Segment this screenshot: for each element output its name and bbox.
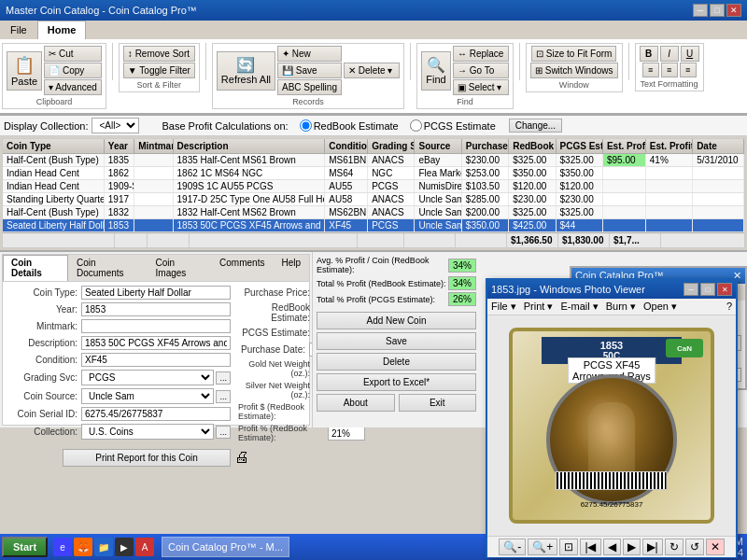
photo-print-menu[interactable]: Print ▾ <box>524 301 554 313</box>
goto-btn[interactable]: → Go To <box>453 63 509 78</box>
photo-delete-btn[interactable]: ✕ <box>706 539 725 555</box>
description-input[interactable] <box>81 336 231 350</box>
new-btn[interactable]: ✦ New <box>277 46 342 62</box>
spelling-btn[interactable]: ABC Spelling <box>277 79 342 95</box>
tab-coin-details[interactable]: Coin Details <box>3 255 68 281</box>
pcgs-radio-label[interactable]: PCGS Estimate <box>410 119 496 132</box>
delete-action-btn[interactable]: Delete <box>317 353 476 371</box>
print-report-btn[interactable]: Print Report for this Coin <box>63 449 231 467</box>
tab-comments[interactable]: Comments <box>211 255 273 281</box>
collection-select[interactable]: U.S. Coins <box>81 424 214 440</box>
explorer-icon[interactable]: 📁 <box>94 538 113 556</box>
photo-last-btn[interactable]: ▶| <box>642 539 663 555</box>
export-excel-btn[interactable]: Export to Excel* <box>317 373 476 391</box>
delete-btn[interactable]: ✕ Delete ▾ <box>344 63 400 78</box>
photo-fit-btn[interactable]: ⊡ <box>559 539 578 555</box>
quick-launch: e 🦊 📁 ▶ A <box>49 538 158 556</box>
table-row[interactable]: Indian Head Cent 1909-S 1909S 1C AU55 PC… <box>3 180 744 193</box>
table-row[interactable]: Half-Cent (Bush Type) 1835 1835 Half-Cen… <box>3 154 744 167</box>
table-row[interactable]: Indian Head Cent 1862 1862 1C MS64 NGC M… <box>3 167 744 180</box>
refresh-all-btn[interactable]: 🔄 Refresh All <box>217 51 275 91</box>
redbook-radio-label[interactable]: RedBook Estimate <box>300 119 399 132</box>
table-row[interactable]: Standing Liberty Quarter 1917 1917-D 25C… <box>3 193 744 206</box>
photo-minimize-btn[interactable]: ─ <box>684 283 698 296</box>
align-right-btn[interactable]: ≡ <box>680 63 697 77</box>
tab-file[interactable]: File <box>0 21 37 39</box>
photo-file-menu[interactable]: File ▾ <box>491 301 516 313</box>
underline-btn[interactable]: U <box>681 46 699 62</box>
mintmark-input[interactable] <box>81 319 231 333</box>
add-new-coin-btn[interactable]: Add New Coin <box>317 312 476 329</box>
minimize-btn[interactable]: ─ <box>693 4 708 17</box>
acrobat-icon[interactable]: A <box>135 538 154 556</box>
condition-input[interactable] <box>81 353 231 367</box>
photo-zoom-out-btn[interactable]: 🔍- <box>499 539 526 555</box>
about-btn[interactable]: About <box>317 394 395 412</box>
grading-select[interactable]: PCGS <box>81 370 214 385</box>
col-coin-type: Coin Type <box>3 139 105 153</box>
photo-burn-menu[interactable]: Burn ▾ <box>606 301 636 313</box>
size-to-fit-btn[interactable]: ⊡ Size to Fit Form <box>531 46 616 62</box>
maximize-btn[interactable]: □ <box>710 4 725 17</box>
photo-rotate-ccw-btn[interactable]: ↺ <box>685 539 704 555</box>
replace-btn[interactable]: ↔ Replace <box>453 46 509 62</box>
switch-windows-btn[interactable]: ⊞ Switch Windows <box>530 63 618 78</box>
source-browse-btn[interactable]: ... <box>216 390 231 403</box>
save-action-btn[interactable]: Save <box>317 332 476 350</box>
remove-sort-btn[interactable]: ↕ Remove Sort <box>123 46 195 62</box>
table-row-selected[interactable]: Seated Liberty Half Dollar 1853 1853 50C… <box>3 219 744 232</box>
photo-close-btn[interactable]: ✕ <box>717 283 732 296</box>
collection-browse-btn[interactable]: ... <box>216 426 231 439</box>
align-left-btn[interactable]: ≡ <box>642 63 659 77</box>
paste-btn[interactable]: 📋 Paste <box>7 51 42 91</box>
tab-home[interactable]: Home <box>37 21 87 39</box>
photo-rotate-cw-btn[interactable]: ↻ <box>665 539 684 555</box>
photo-zoom-in-btn[interactable]: 🔍+ <box>528 539 557 555</box>
photo-help-icon[interactable]: ? <box>726 301 732 313</box>
photo-maximize-btn[interactable]: □ <box>700 283 715 296</box>
start-button[interactable]: Start <box>2 537 48 557</box>
italic-btn[interactable]: I <box>660 46 679 62</box>
app-title: Master Coin Catalog - Coin Catalog Pro™ <box>6 5 197 16</box>
toggle-filter-btn[interactable]: ▼ Toggle Filter <box>123 63 195 78</box>
photo-email-menu[interactable]: E-mail ▾ <box>560 301 598 313</box>
photo-open-menu[interactable]: Open ▾ <box>643 301 677 313</box>
ie-icon[interactable]: e <box>53 538 72 556</box>
photo-next-btn[interactable]: ▶ <box>623 539 641 555</box>
select-btn[interactable]: ▣ Select ▾ <box>453 79 509 95</box>
exit-btn[interactable]: Exit <box>399 394 477 412</box>
text-formatting-group: B I U ≡ ≡ ≡ Text Formatting <box>635 43 704 91</box>
source-select[interactable]: Uncle Sam <box>81 388 214 404</box>
table-row[interactable]: Half-Cent (Bush Type) 1832 1832 Half-Cen… <box>3 206 744 219</box>
advanced-btn[interactable]: ▾ Advanced <box>44 79 102 95</box>
profit-pct-input[interactable] <box>328 427 365 441</box>
firefox-icon[interactable]: 🦊 <box>74 538 92 556</box>
align-center-btn[interactable]: ≡ <box>661 63 678 77</box>
serial-row: Coin Serial ID: <box>7 407 231 421</box>
find-btn[interactable]: 🔍 Find <box>421 51 451 91</box>
taskbar-item-coinpro[interactable]: Coin Catalog Pro™ - M... <box>162 537 289 557</box>
media-icon[interactable]: ▶ <box>115 538 134 556</box>
copy-btn[interactable]: 📄 Copy <box>44 63 102 78</box>
grading-browse-btn[interactable]: ... <box>216 371 231 385</box>
year-input[interactable] <box>81 302 231 316</box>
cut-btn[interactable]: ✂ Cut <box>44 46 102 62</box>
serial-input[interactable] <box>81 407 231 421</box>
tab-coin-documents[interactable]: Coin Documents <box>68 255 148 281</box>
tab-coin-images[interactable]: Coin Images <box>148 255 212 281</box>
photo-first-btn[interactable]: |◀ <box>580 539 600 555</box>
save-btn[interactable]: 💾 Save <box>277 63 342 78</box>
window-controls[interactable]: ─ □ ✕ <box>693 4 741 17</box>
display-collection-select[interactable]: <All> <box>92 118 139 133</box>
redbook-radio[interactable] <box>300 119 312 132</box>
bold-btn[interactable]: B <box>640 46 658 62</box>
photo-window-controls[interactable]: ─ □ ✕ <box>684 283 732 296</box>
total-pct-value: 34% <box>448 276 476 290</box>
tab-help[interactable]: Help <box>273 255 309 281</box>
photo-prev-btn[interactable]: ◀ <box>603 539 621 555</box>
printer-icon[interactable]: 🖨 <box>234 449 249 469</box>
change-btn[interactable]: Change... <box>509 119 562 133</box>
close-btn[interactable]: ✕ <box>726 4 741 17</box>
pcgs-radio[interactable] <box>410 119 422 132</box>
coin-type-input[interactable] <box>81 286 231 300</box>
